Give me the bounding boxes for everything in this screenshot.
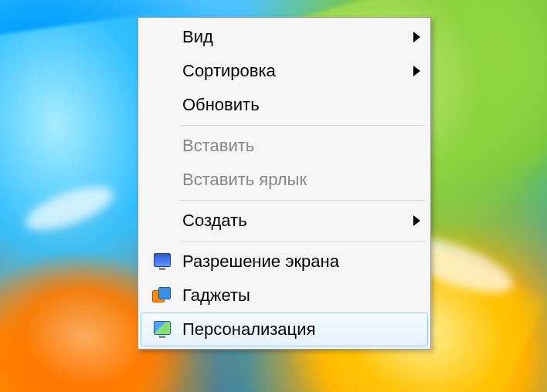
menu-item-label: Вставить ярлык: [179, 170, 405, 190]
submenu-arrow-icon: [405, 27, 420, 47]
menu-item-label: Персонализация: [179, 319, 405, 340]
menu-item-label: Обновить: [179, 95, 405, 115]
menu-separator: [179, 125, 426, 126]
menu-separator: [179, 241, 426, 242]
menu-item-label: Вставить: [179, 136, 405, 156]
menu-item-paste-link: Вставить ярлык: [141, 163, 428, 197]
menu-item-view[interactable]: Вид: [141, 20, 428, 54]
menu-item-sort[interactable]: Сортировка: [141, 54, 428, 88]
menu-separator: [179, 200, 426, 201]
menu-item-resolution[interactable]: Разрешение экрана: [141, 245, 428, 279]
menu-item-label: Создать: [179, 211, 405, 231]
menu-item-label: Гаджеты: [179, 286, 405, 306]
menu-item-personalize[interactable]: Персонализация: [141, 313, 428, 346]
menu-item-new[interactable]: Создать: [141, 204, 428, 238]
resolution-icon: [145, 253, 179, 270]
submenu-arrow-icon: [405, 61, 420, 81]
desktop-wallpaper[interactable]: ВидСортировкаОбновитьВставитьВставить яр…: [0, 0, 547, 392]
menu-item-label: Сортировка: [179, 61, 405, 81]
menu-item-refresh[interactable]: Обновить: [141, 88, 428, 122]
gadgets-icon: [145, 287, 179, 304]
menu-item-gadgets[interactable]: Гаджеты: [141, 279, 428, 313]
menu-item-label: Разрешение экрана: [179, 252, 405, 272]
menu-item-label: Вид: [179, 27, 405, 47]
personalize-icon: [145, 321, 179, 338]
submenu-arrow-icon: [405, 211, 420, 231]
menu-item-paste: Вставить: [141, 129, 428, 163]
desktop-context-menu: ВидСортировкаОбновитьВставитьВставить яр…: [138, 17, 431, 350]
